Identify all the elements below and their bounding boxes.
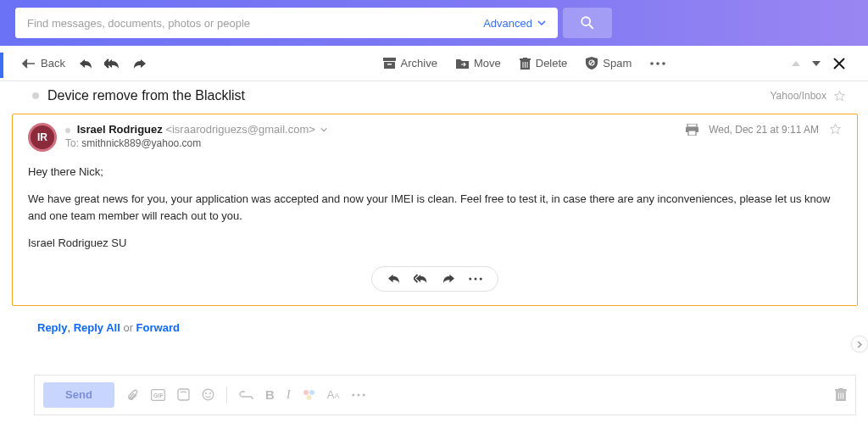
message-subject: Device remove from the Blacklist (47, 88, 245, 103)
body-greeting: Hey there Nick; (28, 164, 842, 181)
toolbar-actions: Archive Move Delete Spam (273, 57, 666, 70)
svg-point-32 (357, 393, 359, 396)
trash-icon (520, 58, 531, 70)
svg-point-31 (352, 393, 354, 396)
svg-point-20 (474, 277, 476, 280)
search-input[interactable] (15, 8, 471, 38)
spam-button[interactable]: Spam (586, 57, 632, 70)
delete-button[interactable]: Delete (520, 57, 568, 70)
left-edge-indicator (0, 53, 3, 78)
compose-bar: Send GIF B I AA (34, 375, 856, 415)
body-signature: Israel Rodriguez SU (28, 235, 842, 252)
message-toolbar: Back Archive Move Delete Spam (0, 46, 868, 81)
folder-path: Yahoo/Inbox (771, 90, 847, 103)
sender-dot (65, 128, 70, 133)
svg-line-1 (589, 25, 593, 28)
sender-block: Israel Rodriguez <israarodriguezs@gmail.… (65, 123, 327, 149)
arrow-left-icon (22, 58, 36, 69)
svg-point-26 (205, 392, 207, 394)
close-icon[interactable] (832, 57, 846, 70)
reply-link[interactable]: Reply (37, 321, 67, 334)
body-main: We have great news for you, your applica… (28, 191, 842, 225)
attachment-icon[interactable] (126, 388, 139, 402)
text-color-icon[interactable] (303, 389, 315, 401)
inline-action-pill (371, 266, 498, 292)
avatar: IR (28, 123, 57, 152)
svg-point-21 (480, 277, 482, 280)
star-icon[interactable] (833, 90, 846, 103)
chevron-down-icon[interactable] (320, 126, 327, 133)
toolbar-right (792, 57, 846, 70)
divider (226, 387, 227, 403)
advanced-search-button[interactable]: Advanced (471, 8, 558, 38)
svg-rect-7 (523, 58, 527, 59)
svg-point-15 (662, 62, 665, 65)
forward-link[interactable]: Forward (136, 321, 180, 334)
shield-icon (586, 57, 598, 70)
link-icon[interactable] (239, 391, 253, 399)
to-value: smithnick889@yahoo.com (81, 137, 201, 149)
svg-point-28 (303, 390, 309, 395)
search-icon (580, 15, 595, 31)
svg-point-25 (203, 389, 214, 400)
search-button[interactable] (563, 8, 612, 38)
reply-all-icon[interactable] (414, 273, 429, 284)
subject-row: Device remove from the Blacklist Yahoo/I… (0, 81, 868, 110)
print-icon[interactable] (686, 124, 698, 136)
move-button[interactable]: Move (456, 57, 501, 70)
archive-button[interactable]: Archive (383, 57, 437, 70)
nav-icons (79, 58, 147, 70)
to-label: To: (65, 137, 79, 149)
caret-down-icon[interactable] (812, 60, 821, 67)
more-icon[interactable] (469, 277, 482, 281)
search-container: Advanced (15, 8, 558, 38)
svg-rect-24 (178, 389, 189, 400)
trash-icon (835, 388, 847, 401)
unread-dot (32, 92, 39, 99)
sender-name: Israel Rodriguez (77, 123, 163, 136)
back-button[interactable]: Back (22, 57, 65, 70)
sender-email: <israarodriguezs@gmail.com> (165, 123, 315, 136)
reply-links: Reply, Reply All or Forward (37, 321, 868, 334)
svg-point-13 (650, 62, 654, 65)
reply-all-link[interactable]: Reply All (74, 321, 120, 334)
svg-rect-36 (838, 388, 843, 390)
reply-icon[interactable] (387, 273, 400, 284)
chevron-right-icon (857, 341, 863, 348)
svg-point-27 (209, 392, 211, 394)
emoji-icon[interactable] (202, 388, 214, 401)
svg-point-14 (656, 62, 659, 65)
forward-icon[interactable] (133, 58, 147, 70)
svg-point-19 (469, 277, 471, 280)
discard-button[interactable] (835, 388, 847, 401)
italic-icon[interactable]: I (287, 387, 291, 402)
message-meta: Wed, Dec 21 at 9:11 AM (686, 123, 842, 136)
svg-rect-4 (387, 64, 392, 65)
or-text: or (123, 321, 136, 334)
chevron-down-icon (537, 19, 546, 27)
side-expand-button[interactable] (851, 336, 868, 353)
gif-icon[interactable]: GIF (151, 389, 165, 401)
reply-all-icon[interactable] (104, 58, 121, 70)
forward-icon[interactable] (442, 273, 455, 284)
send-button[interactable]: Send (43, 382, 114, 408)
message-header: IR Israel Rodriguez <israarodriguezs@gma… (28, 123, 842, 152)
font-icon[interactable]: AA (327, 388, 340, 401)
svg-text:GIF: GIF (153, 392, 164, 398)
move-icon (456, 58, 469, 69)
top-bar: Advanced (0, 0, 868, 46)
message-card: IR Israel Rodriguez <israarodriguezs@gma… (12, 114, 858, 306)
compose-icons: GIF B I AA (126, 387, 365, 403)
reply-icon[interactable] (79, 58, 92, 70)
caret-up-icon[interactable] (792, 60, 800, 67)
archive-icon (383, 58, 396, 69)
svg-point-33 (362, 393, 364, 396)
more-icon[interactable] (352, 393, 365, 397)
more-icon[interactable] (650, 62, 665, 65)
stationery-icon[interactable] (177, 388, 190, 401)
message-body: Hey there Nick; We have great news for y… (28, 164, 842, 253)
star-icon[interactable] (829, 123, 842, 136)
svg-rect-3 (384, 62, 395, 69)
message-date: Wed, Dec 21 at 9:11 AM (709, 124, 819, 136)
bold-icon[interactable]: B (265, 387, 275, 402)
